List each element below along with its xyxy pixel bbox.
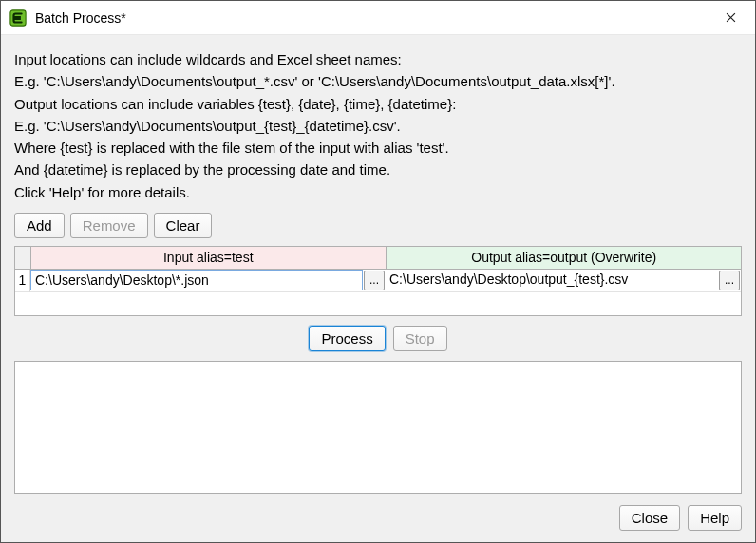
process-toolbar: Process Stop: [14, 316, 742, 361]
input-path-field[interactable]: [30, 270, 363, 290]
stop-button[interactable]: Stop: [393, 326, 447, 351]
clear-button[interactable]: Clear: [154, 213, 213, 238]
dialog-footer: Close Help: [14, 494, 742, 531]
instructions-line: Click 'Help' for more details.: [14, 181, 742, 203]
table-toolbar: Add Remove Clear: [14, 213, 742, 238]
batch-process-window: Batch Process* Input locations can inclu…: [0, 0, 756, 543]
instructions-line: And {datetime} is replaced by the proces…: [14, 159, 742, 180]
output-column-header[interactable]: Output alias=output (Overwrite): [387, 247, 742, 270]
input-browse-button[interactable]: ...: [364, 271, 385, 290]
instructions-line: E.g. 'C:\Users\andy\Documents\output_*.c…: [14, 70, 742, 92]
input-cell[interactable]: ...: [30, 270, 386, 292]
remove-button[interactable]: Remove: [70, 213, 148, 238]
window-title: Batch Process*: [35, 10, 709, 26]
input-column-header[interactable]: Input alias=test: [30, 247, 387, 270]
titlebar: Batch Process*: [1, 1, 755, 35]
add-button[interactable]: Add: [14, 213, 65, 238]
output-cell[interactable]: C:\Users\andy\Desktop\output_{test}.csv …: [386, 270, 741, 292]
instructions-line: Where {test} is replaced with the file s…: [14, 137, 742, 159]
window-close-button[interactable]: [709, 4, 751, 32]
table-header-row: Input alias=test Output alias=output (Ov…: [15, 247, 741, 270]
app-icon: [9, 9, 28, 28]
instructions-line: E.g. 'C:\Users\andy\Documents\output_{te…: [14, 115, 742, 137]
row-number-cell: 1: [15, 270, 30, 292]
help-button[interactable]: Help: [688, 505, 742, 531]
content-area: Input locations can include wildcards an…: [1, 35, 755, 542]
instructions-text: Input locations can include wildcards an…: [14, 48, 742, 203]
process-button[interactable]: Process: [309, 326, 385, 351]
output-browse-button[interactable]: ...: [719, 271, 740, 290]
row-number-header: [15, 247, 30, 270]
io-table: Input alias=test Output alias=output (Ov…: [14, 246, 742, 316]
close-button[interactable]: Close: [619, 505, 680, 531]
output-path-field[interactable]: C:\Users\andy\Desktop\output_{test}.csv: [386, 270, 718, 291]
table-row: 1 ... C:\Users\andy\Desktop\output_{test…: [15, 270, 741, 292]
log-output[interactable]: [14, 361, 742, 494]
instructions-line: Input locations can include wildcards an…: [14, 48, 742, 70]
instructions-line: Output locations can include variables {…: [14, 93, 742, 115]
